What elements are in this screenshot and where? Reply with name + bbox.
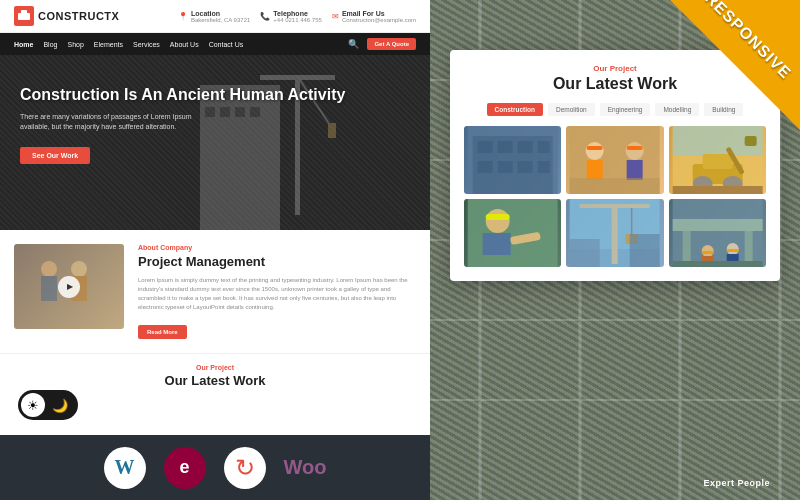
svg-rect-34 <box>538 141 550 153</box>
light-mode-button[interactable]: ☀ <box>21 393 45 417</box>
hero-subtitle: There are many variations of passages of… <box>20 112 220 132</box>
telephone-info: 📞 Telephone +44 0211 446 755 <box>260 10 322 23</box>
nav-contact[interactable]: Contact Us <box>209 41 244 48</box>
plugin-bar: W e ↻ Woo <box>0 435 430 500</box>
location-val: Bakersfield, CA 93721 <box>191 17 250 23</box>
location-info: 📍 Location Bakersfield, CA 93721 <box>178 10 250 23</box>
portfolio-item-1[interactable] <box>464 126 561 194</box>
telephone-label: Telephone <box>273 10 322 17</box>
hero-title: Construction Is An Ancient Human Activit… <box>20 85 345 104</box>
nav-elements[interactable]: Elements <box>94 41 123 48</box>
svg-rect-67 <box>570 239 600 267</box>
logo-icon <box>14 6 34 26</box>
hero-cta-button[interactable]: See Our Work <box>20 147 90 164</box>
email-icon: ✉ <box>332 12 339 21</box>
svg-rect-46 <box>570 178 660 194</box>
expert-label: Expert People <box>703 478 770 488</box>
bottom-section: Our Project Our Latest Work <box>0 353 430 394</box>
svg-rect-75 <box>701 251 713 254</box>
svg-rect-1 <box>21 10 27 14</box>
right-panel: Our Project Our Latest Work Construction… <box>430 0 800 500</box>
header-info: 📍 Location Bakersfield, CA 93721 📞 Telep… <box>178 10 416 23</box>
svg-point-40 <box>586 142 604 160</box>
telephone-icon: 📞 <box>260 12 270 21</box>
get-quote-button[interactable]: Get A Quote <box>367 38 416 50</box>
nav-home[interactable]: Home <box>14 41 33 48</box>
bottom-section-label: Our Project <box>14 364 416 371</box>
about-label: About Company <box>138 244 416 251</box>
hero-section: Construction Is An Ancient Human Activit… <box>0 55 430 230</box>
portfolio-item-6[interactable] <box>669 199 766 267</box>
portfolio-item-2[interactable] <box>566 126 663 194</box>
svg-rect-50 <box>702 154 732 169</box>
svg-rect-38 <box>538 161 550 173</box>
left-panel: CONSTRUCTX 📍 Location Bakersfield, CA 93… <box>0 0 430 500</box>
nav-blog[interactable]: Blog <box>43 41 57 48</box>
svg-rect-37 <box>518 161 533 173</box>
svg-rect-70 <box>672 219 762 231</box>
logo-area: CONSTRUCTX <box>14 6 119 26</box>
nav-right: 🔍 Get A Quote <box>348 38 416 50</box>
hero-content: Construction Is An Ancient Human Activit… <box>20 85 345 164</box>
site-nav: Home Blog Shop Elements Services About U… <box>0 33 430 55</box>
svg-rect-35 <box>478 161 493 173</box>
portfolio-item-4[interactable] <box>464 199 561 267</box>
svg-rect-78 <box>726 249 738 252</box>
svg-rect-0 <box>18 13 30 20</box>
wordpress-icon: W <box>104 447 146 489</box>
svg-rect-79 <box>672 261 762 267</box>
woocommerce-text: Woo <box>284 456 327 479</box>
theme-toggle[interactable]: ☀ 🌙 <box>18 390 78 420</box>
portfolio-item-3[interactable] <box>669 126 766 194</box>
about-description: Lorem Ipsum is simply dummy text of the … <box>138 276 416 312</box>
svg-rect-64 <box>580 204 650 208</box>
about-image[interactable] <box>14 244 124 329</box>
about-scene-svg <box>19 254 114 324</box>
svg-rect-52 <box>744 136 756 146</box>
svg-rect-12 <box>260 75 335 80</box>
dark-mode-button[interactable]: 🌙 <box>48 393 72 417</box>
location-icon: 📍 <box>178 12 188 21</box>
svg-point-15 <box>41 261 57 277</box>
svg-rect-31 <box>478 141 493 153</box>
svg-rect-56 <box>468 199 558 267</box>
location-label: Location <box>191 10 250 17</box>
responsive-banner: RESPONSIVE <box>665 0 800 135</box>
about-text: About Company Project Management Lorem I… <box>138 244 416 339</box>
email-label: Email For Us <box>342 10 416 17</box>
svg-rect-36 <box>498 161 513 173</box>
logo-text: CONSTRUCTX <box>38 10 119 22</box>
nav-links: Home Blog Shop Elements Services About U… <box>14 41 243 48</box>
svg-point-43 <box>626 142 644 160</box>
elementor-icon: e <box>164 447 206 489</box>
svg-rect-33 <box>518 141 533 153</box>
site-header: CONSTRUCTX 📍 Location Bakersfield, CA 93… <box>0 0 430 33</box>
portfolio-scene-6 <box>669 199 766 267</box>
filter-tab-construction[interactable]: Construction <box>487 103 543 116</box>
bottom-section-title: Our Latest Work <box>14 373 416 388</box>
filter-tab-demolition[interactable]: Demolition <box>548 103 595 116</box>
portfolio-item-5[interactable] <box>566 199 663 267</box>
portfolio-scene-4 <box>464 199 561 267</box>
email-info: ✉ Email For Us Constructon@example.com <box>332 10 416 23</box>
svg-point-18 <box>71 261 87 277</box>
nav-about[interactable]: About Us <box>170 41 199 48</box>
nav-shop[interactable]: Shop <box>67 41 83 48</box>
about-section: About Company Project Management Lorem I… <box>0 230 430 353</box>
svg-rect-68 <box>630 234 660 267</box>
about-title: Project Management <box>138 254 416 270</box>
svg-point-57 <box>486 209 510 233</box>
nav-services[interactable]: Services <box>133 41 160 48</box>
about-cta-button[interactable]: Read More <box>138 325 187 339</box>
filter-tab-engineering[interactable]: Engineering <box>600 103 651 116</box>
svg-rect-42 <box>587 160 603 180</box>
portfolio-scene-5 <box>566 199 663 267</box>
svg-rect-41 <box>587 146 603 150</box>
svg-rect-45 <box>627 160 643 180</box>
search-icon[interactable]: 🔍 <box>348 39 359 49</box>
svg-rect-59 <box>483 233 511 255</box>
svg-rect-32 <box>498 141 513 153</box>
svg-rect-58 <box>486 214 510 220</box>
portfolio-grid <box>464 126 766 267</box>
svg-rect-44 <box>627 146 643 150</box>
